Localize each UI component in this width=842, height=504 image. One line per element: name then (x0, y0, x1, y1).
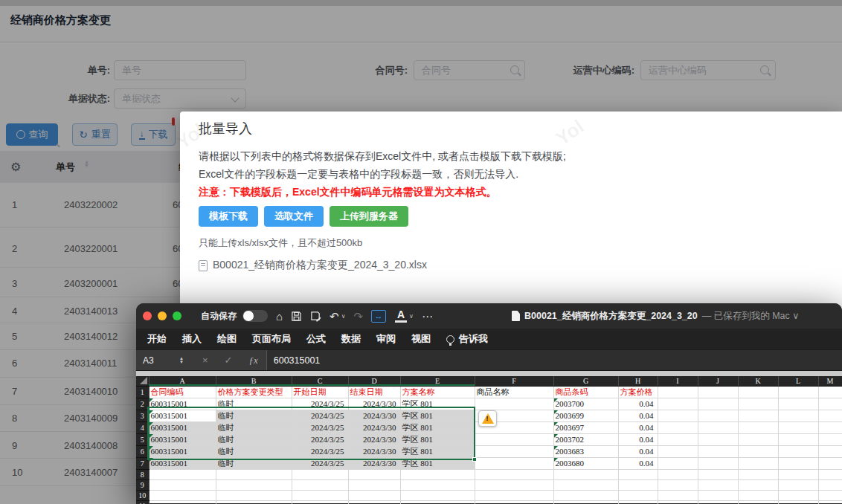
col-header[interactable]: I (658, 376, 698, 386)
cell-D1[interactable]: 结束日期 (348, 386, 400, 398)
name-box-stepper[interactable]: ▲▼ (179, 357, 184, 364)
tab-draw[interactable]: 绘图 (217, 332, 237, 346)
chevron-down-icon[interactable]: ∨ (409, 313, 414, 320)
cell-G3[interactable]: 2003699 (553, 410, 618, 421)
cell-E6[interactable]: 学区 801 (400, 445, 475, 457)
cell-B7[interactable]: 临时 (216, 457, 292, 469)
cell-E1[interactable]: 方案名称 (400, 386, 475, 398)
cell-C1[interactable]: 开始日期 (292, 386, 348, 398)
cell-B4[interactable]: 临时 (216, 421, 292, 433)
save-as-icon[interactable] (310, 311, 321, 322)
cell-G5[interactable]: 2003702 (553, 433, 618, 445)
save-icon[interactable] (291, 311, 302, 322)
font-color-icon[interactable]: A (395, 309, 407, 323)
cell-D4[interactable]: 2024/3/30 (348, 421, 400, 433)
cell-D3[interactable]: 2024/3/30 (348, 410, 400, 421)
cell-A1[interactable]: 合同编码 (149, 386, 216, 398)
error-checking-button[interactable] (478, 410, 497, 427)
cell-B2[interactable]: 临时 (216, 398, 292, 410)
minimize-traffic-light[interactable] (158, 311, 167, 320)
row-header[interactable]: 9 (136, 479, 149, 490)
upload-server-button[interactable]: 上传到服务器 (330, 206, 408, 227)
cell-G4[interactable]: 2003697 (553, 421, 618, 433)
cell-F6[interactable] (475, 445, 553, 457)
tab-data[interactable]: 数据 (341, 332, 361, 346)
cell-B5[interactable]: 临时 (216, 433, 292, 445)
cell-C3[interactable]: 2024/3/25 (292, 410, 348, 421)
cell-H4[interactable]: 0.04 (618, 421, 658, 433)
tab-insert[interactable]: 插入 (182, 332, 202, 346)
active-cell-A3[interactable]: 600315001 (149, 410, 216, 421)
more-options-icon[interactable]: ⋯ (422, 311, 433, 322)
cell-D7[interactable]: 2024/3/30 (348, 457, 400, 469)
tab-home[interactable]: 开始 (147, 332, 167, 346)
cell-C6[interactable]: 2024/3/25 (292, 445, 348, 457)
cell-G2[interactable]: 2003700 (553, 398, 618, 410)
col-header[interactable]: M (818, 376, 842, 386)
chevron-down-icon[interactable]: ∨ (341, 313, 346, 320)
col-header[interactable]: G (553, 376, 618, 386)
undo-icon[interactable]: ↶ (330, 311, 339, 322)
autosave-toggle[interactable] (242, 310, 268, 322)
tab-view[interactable]: 视图 (411, 332, 431, 346)
cell-H7[interactable]: 0.04 (618, 457, 658, 469)
row-header[interactable]: 10 (136, 490, 149, 500)
cell-F5[interactable] (475, 433, 553, 445)
cell-A7[interactable]: 600315001 (149, 457, 216, 469)
name-box[interactable]: A3 (136, 355, 179, 366)
cell-C4[interactable]: 2024/3/25 (292, 421, 348, 433)
row-header[interactable]: 11 (136, 500, 149, 504)
cell-E7[interactable]: 学区 801 (400, 457, 475, 469)
cell-H3[interactable]: 0.04 (618, 410, 658, 421)
cell-C7[interactable]: 2024/3/25 (292, 457, 348, 469)
close-traffic-light[interactable] (143, 311, 152, 320)
cell-H5[interactable]: 0.04 (618, 433, 658, 445)
cell-E3[interactable]: 学区 801 (400, 410, 475, 421)
cancel-icon[interactable]: × (202, 355, 208, 366)
cell-F7[interactable] (475, 457, 553, 469)
cell-D2[interactable]: 2024/3/30 (348, 398, 400, 410)
cell-D6[interactable]: 2024/3/30 (348, 445, 400, 457)
cell-B6[interactable]: 临时 (216, 445, 292, 457)
tab-formulas[interactable]: 公式 (306, 332, 326, 346)
select-all-corner[interactable] (136, 376, 149, 386)
cell-A5[interactable]: 600315001 (149, 433, 216, 445)
cell-C5[interactable]: 2024/3/25 (292, 433, 348, 445)
cell-A2[interactable]: 600315001 (149, 398, 216, 410)
col-header[interactable]: L (778, 376, 818, 386)
cell-H2[interactable]: 0.04 (618, 398, 658, 410)
uploaded-file-item[interactable]: B00021_经销商价格方案变更_2024_3_20.xlsx (199, 259, 427, 272)
cell-G6[interactable]: 2003683 (553, 445, 618, 457)
home-icon[interactable]: ⌂ (276, 311, 283, 322)
fx-icon[interactable]: ƒx (248, 355, 257, 366)
cell-E5[interactable]: 学区 801 (400, 433, 475, 445)
excel-window[interactable]: 自动保存 ⌂ ↶ ∨ ↷ ↔ A ∨ ⋯ B00021_经销商价格方案变更_20… (136, 303, 842, 504)
cell-G7[interactable]: 2003680 (553, 457, 618, 469)
cell-D5[interactable]: 2024/3/30 (348, 433, 400, 445)
tab-review[interactable]: 审阅 (376, 332, 396, 346)
cell-F2[interactable] (475, 398, 553, 410)
template-download-button[interactable]: 模板下载 (199, 206, 258, 227)
cell-A4[interactable]: 600315001 (149, 421, 216, 433)
col-header[interactable]: H (618, 376, 658, 386)
col-header[interactable]: F (475, 376, 553, 386)
tell-me-tab[interactable]: 告诉我 (446, 332, 488, 346)
cell-H6[interactable]: 0.04 (618, 445, 658, 457)
maximize-traffic-light[interactable] (173, 311, 181, 320)
cell-G1[interactable]: 商品条码 (553, 386, 618, 398)
col-header[interactable]: J (698, 376, 738, 386)
select-file-button[interactable]: 选取文件 (264, 206, 324, 227)
row-header[interactable]: 8 (136, 469, 149, 479)
cell-A6[interactable]: 600315001 (149, 445, 216, 457)
spreadsheet[interactable]: A B C D E F G H I J K L M 1 合同编码 (136, 376, 842, 503)
row-header[interactable]: 1 (136, 386, 149, 398)
cell-B3[interactable]: 临时 (216, 410, 292, 421)
column-width-icon[interactable]: ↔ (371, 310, 386, 323)
cell-E4[interactable]: 学区 801 (400, 421, 475, 433)
selection-fill-handle[interactable] (472, 457, 477, 462)
tab-page-layout[interactable]: 页面布局 (252, 332, 291, 346)
cell-F1[interactable]: 商品名称 (475, 386, 553, 398)
cell-E2[interactable]: 学区 801 (400, 398, 475, 410)
cell-C2[interactable]: 2024/3/25 (292, 398, 348, 410)
formula-input[interactable]: 600315001 (266, 350, 842, 370)
